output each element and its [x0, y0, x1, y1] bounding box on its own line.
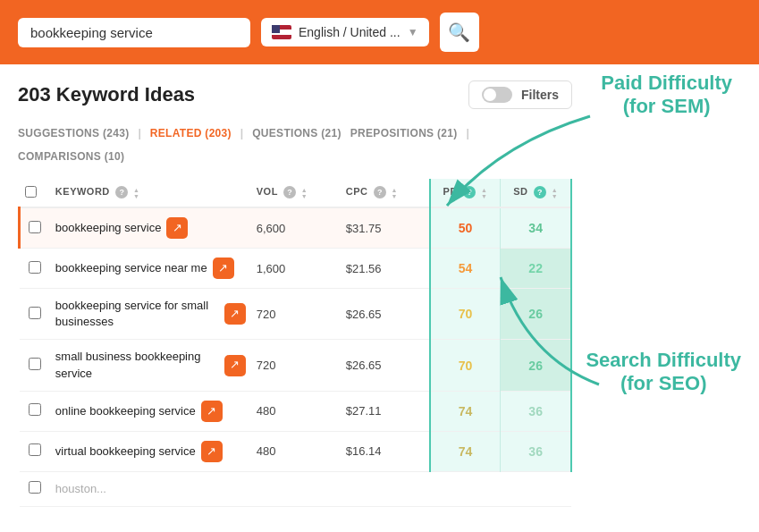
tab-suggestions[interactable]: SUGGESTIONS (243)	[18, 123, 138, 143]
keyword-cell: houston...	[50, 471, 571, 506]
sd-cell: 36	[501, 391, 571, 431]
keyword-text: bookkeeping service	[55, 220, 162, 236]
keyword-info-icon[interactable]: ?	[115, 186, 128, 198]
cpc-cell: $26.65	[341, 340, 430, 391]
row-checkbox[interactable]	[29, 443, 41, 456]
vol-cell: 480	[251, 431, 341, 471]
keyword-cell: bookkeeping service near me ↗	[50, 249, 251, 289]
keyword-cell: virtual bookkeeping service ↗	[50, 431, 251, 471]
search-difficulty-annotation: Search Difficulty(for SEO)	[586, 349, 741, 396]
pd-cell: 70	[430, 340, 501, 391]
row-checkbox-cell	[20, 431, 50, 471]
keyword-cell: small business bookkeeping service ↗	[50, 340, 251, 391]
cpc-sort-icon[interactable]: ▲▼	[392, 187, 398, 199]
search-input[interactable]	[30, 25, 238, 40]
flag-icon	[272, 25, 291, 39]
keyword-cell: online bookkeeping service ↗	[50, 391, 251, 431]
th-vol: VOL ? ▲▼	[251, 179, 341, 207]
tabs-bar: SUGGESTIONS (243) | RELATED (203) | QUES…	[18, 123, 572, 166]
row-checkbox[interactable]	[29, 481, 41, 494]
table-row: small business bookkeeping service ↗ 720…	[20, 340, 572, 391]
th-pd: PD ? ▲▼	[430, 179, 501, 207]
sd-cell: 26	[501, 289, 571, 340]
search-icon: 🔍	[448, 21, 470, 43]
select-all-checkbox[interactable]	[25, 186, 37, 198]
row-checkbox[interactable]	[29, 403, 41, 416]
chevron-down-icon: ▼	[408, 26, 418, 38]
sd-info-icon[interactable]: ?	[534, 186, 546, 198]
vol-cell: 480	[251, 391, 341, 431]
row-checkbox-cell	[20, 249, 50, 289]
keyword-text: bookkeeping service for small businesses	[55, 298, 219, 330]
cpc-cell: $26.65	[341, 289, 430, 340]
filter-area: Filters	[468, 80, 572, 109]
cpc-info-icon[interactable]: ?	[374, 186, 386, 198]
keyword-text: online bookkeeping service	[55, 403, 196, 419]
vol-info-icon[interactable]: ?	[283, 186, 296, 198]
results-title: 203 Keyword Ideas	[18, 83, 195, 106]
keyword-link-icon[interactable]: ↗	[201, 441, 223, 462]
vol-sort-icon[interactable]: ▲▼	[301, 187, 308, 199]
filter-toggle[interactable]	[482, 87, 512, 103]
keyword-link-icon[interactable]: ↗	[166, 217, 188, 239]
row-checkbox[interactable]	[29, 358, 41, 370]
table-row: virtual bookkeeping service ↗ 480 $16.14…	[20, 431, 572, 471]
keyword-text: small business bookkeeping service	[55, 349, 219, 381]
tab-comparisons[interactable]: COMPARISONS (10)	[18, 147, 133, 166]
row-checkbox[interactable]	[29, 221, 41, 233]
keyword-link-icon[interactable]: ↗	[224, 355, 246, 376]
locale-label: English / United ...	[299, 25, 401, 39]
pd-cell: 54	[430, 249, 501, 289]
row-checkbox[interactable]	[29, 307, 41, 319]
cpc-cell: $21.56	[341, 249, 430, 289]
paid-difficulty-annotation: Paid Difficulty(for SEM)	[601, 72, 732, 119]
vol-cell: 720	[251, 289, 341, 340]
main-content: 203 Keyword Ideas Filters SUGGESTIONS (2…	[0, 64, 590, 516]
cpc-cell: $27.11	[341, 391, 430, 431]
keyword-link-icon[interactable]: ↗	[213, 258, 234, 279]
table-row: bookkeeping service for small businesses…	[20, 289, 572, 340]
sd-cell: 22	[501, 249, 571, 289]
table-row: online bookkeeping service ↗ 480 $27.11 …	[20, 391, 572, 431]
th-keyword: KEYWORD ? ▲▼	[50, 179, 251, 207]
keyword-table: KEYWORD ? ▲▼ VOL ? ▲▼ CPC ? ▲▼	[18, 179, 572, 507]
th-sd: SD ? ▲▼	[501, 179, 571, 207]
table-row: houston...	[20, 471, 572, 506]
vol-cell: 720	[251, 340, 341, 391]
row-checkbox-cell	[20, 471, 50, 506]
keyword-link-icon[interactable]: ↗	[201, 401, 223, 422]
locale-selector[interactable]: English / United ... ▼	[261, 18, 429, 46]
header: English / United ... ▼ 🔍	[0, 0, 759, 64]
row-checkbox-cell	[20, 340, 50, 391]
filters-label: Filters	[521, 88, 559, 102]
sd-sort-icon[interactable]: ▲▼	[552, 187, 558, 199]
th-cpc: CPC ? ▲▼	[341, 179, 430, 207]
pd-sort-icon[interactable]: ▲▼	[481, 187, 487, 199]
row-checkbox-cell	[20, 207, 50, 249]
vol-cell: 6,600	[251, 207, 341, 249]
pd-cell: 74	[430, 391, 501, 431]
tab-prepositions[interactable]: PREPOSITIONS (21)	[350, 123, 467, 143]
sd-cell: 34	[501, 207, 571, 249]
th-checkbox	[20, 179, 50, 207]
sd-cell: 36	[501, 431, 571, 471]
table-row: bookkeeping service near me ↗ 1,600 $21.…	[20, 249, 572, 289]
search-button[interactable]: 🔍	[440, 13, 479, 52]
keyword-text: virtual bookkeeping service	[55, 443, 196, 460]
tab-questions[interactable]: QUESTIONS (21)	[252, 123, 350, 143]
cpc-cell: $31.75	[341, 207, 430, 249]
keyword-link-icon[interactable]: ↗	[224, 303, 246, 325]
row-checkbox-cell	[20, 289, 50, 340]
row-checkbox-cell	[20, 391, 50, 431]
tab-related[interactable]: RELATED (203)	[150, 123, 240, 143]
search-bar[interactable]	[18, 18, 250, 47]
pd-cell: 74	[430, 431, 501, 471]
keyword-cell: bookkeeping service for small businesses…	[50, 289, 251, 340]
pd-cell: 70	[430, 289, 501, 340]
pd-cell: 50	[430, 207, 501, 249]
table-row: bookkeeping service ↗ 6,600 $31.75 50 34	[20, 207, 572, 249]
row-checkbox[interactable]	[29, 261, 41, 274]
cpc-cell: $16.14	[341, 431, 430, 471]
pd-info-icon[interactable]: ?	[463, 186, 476, 198]
keyword-sort-icon[interactable]: ▲▼	[133, 187, 139, 199]
